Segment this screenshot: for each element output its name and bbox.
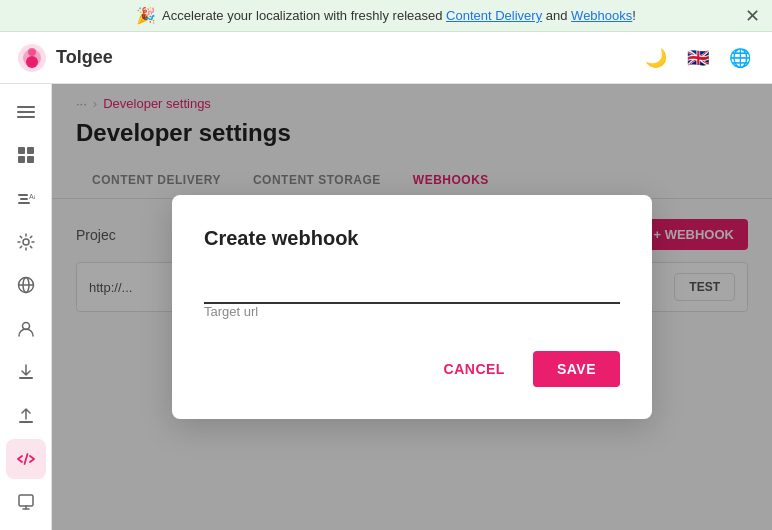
content-delivery-link[interactable]: Content Delivery <box>446 8 542 23</box>
svg-rect-12 <box>20 198 28 200</box>
svg-point-15 <box>23 239 29 245</box>
header: Tolgee 🌙 🇬🇧 🌐 <box>0 32 772 84</box>
svg-line-22 <box>24 454 27 464</box>
form-field-url: Target url <box>204 278 620 319</box>
modal-actions: CANCEL SAVE <box>204 351 620 387</box>
content-area: ··· › Developer settings Developer setti… <box>52 84 772 530</box>
svg-rect-11 <box>18 194 28 196</box>
main-layout: Aa ··· › Developer settings <box>0 84 772 530</box>
svg-point-3 <box>28 48 36 56</box>
svg-rect-10 <box>27 156 34 163</box>
svg-rect-13 <box>18 202 30 204</box>
svg-rect-8 <box>27 147 34 154</box>
webhooks-link[interactable]: Webhooks <box>571 8 632 23</box>
sidebar-item-export[interactable] <box>6 396 46 435</box>
header-icons: 🌙 🇬🇧 🌐 <box>640 42 756 74</box>
svg-rect-21 <box>19 421 33 423</box>
sidebar-item-other[interactable] <box>6 483 46 522</box>
sidebar-item-developer[interactable] <box>6 439 46 478</box>
svg-rect-9 <box>18 156 25 163</box>
modal-title: Create webhook <box>204 227 620 250</box>
svg-rect-4 <box>17 106 35 108</box>
globe-button[interactable]: 🌐 <box>724 42 756 74</box>
sidebar-item-import[interactable] <box>6 352 46 391</box>
sidebar-item-menu[interactable] <box>6 92 46 131</box>
modal-overlay: Create webhook Target url CANCEL SAVE <box>52 84 772 530</box>
sidebar-item-dashboard[interactable] <box>6 135 46 174</box>
sidebar-item-members[interactable] <box>6 309 46 348</box>
create-webhook-modal: Create webhook Target url CANCEL SAVE <box>172 195 652 419</box>
sidebar-item-translations[interactable]: Aa <box>6 179 46 218</box>
target-url-label: Target url <box>204 304 620 319</box>
cancel-button[interactable]: CANCEL <box>428 351 521 387</box>
dark-mode-button[interactable]: 🌙 <box>640 42 672 74</box>
banner-icon: 🎉 <box>136 6 156 25</box>
top-banner: 🎉 Accelerate your localization with fres… <box>0 0 772 32</box>
svg-rect-23 <box>19 495 33 506</box>
target-url-input[interactable] <box>204 278 620 304</box>
svg-rect-20 <box>19 377 33 379</box>
close-banner-button[interactable]: ✕ <box>745 5 760 27</box>
svg-point-2 <box>26 56 38 68</box>
sidebar: Aa <box>0 84 52 530</box>
sidebar-item-languages[interactable] <box>6 266 46 305</box>
svg-rect-6 <box>17 116 35 118</box>
logo-area: Tolgee <box>16 42 628 74</box>
svg-rect-7 <box>18 147 25 154</box>
sidebar-item-settings[interactable] <box>6 222 46 261</box>
banner-text: Accelerate your localization with freshl… <box>162 8 636 23</box>
language-flag-button[interactable]: 🇬🇧 <box>682 42 714 74</box>
svg-rect-5 <box>17 111 35 113</box>
tolgee-logo <box>16 42 48 74</box>
logo-text: Tolgee <box>56 47 113 68</box>
save-button[interactable]: SAVE <box>533 351 620 387</box>
svg-text:Aa: Aa <box>29 193 35 200</box>
